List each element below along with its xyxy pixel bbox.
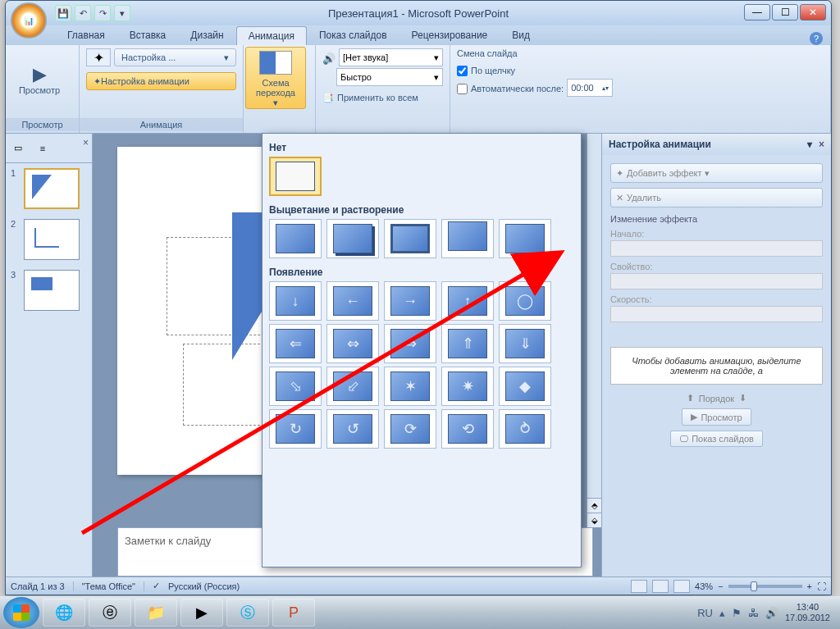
office-button[interactable]: 📊 (11, 2, 47, 39)
anim-hint: Чтобы добавить анимацию, выделите элемен… (610, 347, 823, 385)
undo-icon[interactable]: ↶ (75, 5, 91, 21)
custom-dropdown[interactable]: Настройка ... ▾ (114, 48, 236, 66)
transition-split-2[interactable]: ⬃ (326, 367, 379, 406)
save-icon[interactable]: 💾 (55, 5, 71, 21)
transition-wipe-down[interactable]: ↓ (269, 281, 322, 321)
qat-more-icon[interactable]: ▾ (114, 5, 130, 21)
auto-after-checkbox[interactable] (457, 84, 468, 94)
sorter-view-icon[interactable] (652, 580, 669, 593)
transition-dissolve[interactable] (499, 219, 551, 258)
panel-close-icon[interactable]: × (80, 134, 92, 162)
tray-lang[interactable]: RU (697, 607, 713, 619)
transition-rotate-5[interactable]: ⥁ (499, 409, 551, 449)
spellcheck-icon[interactable]: ✓ (153, 581, 160, 591)
quick-access-toolbar: 💾 ↶ ↷ ▾ (55, 5, 130, 21)
transition-rotate-4[interactable]: ⟲ (441, 409, 494, 449)
transition-box-2[interactable]: ⇔ (326, 324, 379, 363)
speed-field[interactable] (610, 306, 823, 322)
transition-rotate-3[interactable]: ⟳ (384, 409, 436, 449)
taskbar-skype[interactable]: Ⓢ (226, 599, 269, 627)
tray-flag-icon[interactable]: ⚑ (732, 607, 742, 619)
zoom-in-icon[interactable]: + (807, 581, 812, 591)
tab-review[interactable]: Рецензирование (399, 25, 500, 45)
order-down-icon[interactable]: ⬇ (739, 393, 746, 403)
zoom-slider[interactable] (728, 585, 802, 588)
transition-split-3[interactable]: ✶ (384, 367, 436, 406)
transition-scheme-button[interactable]: Схема перехода▾ (245, 47, 306, 109)
speed-dropdown[interactable]: Быстро▾ (336, 68, 443, 86)
tab-insert[interactable]: Вставка (117, 25, 179, 45)
property-field[interactable] (610, 273, 823, 289)
normal-view-icon[interactable] (631, 580, 647, 593)
transition-wipe-right[interactable]: → (384, 281, 436, 321)
help-icon[interactable]: ? (810, 32, 823, 45)
vertical-scrollbar[interactable]: ⬘ ⬙ (587, 134, 601, 527)
transition-split-4[interactable]: ✷ (441, 367, 494, 406)
anim-pane-title: Настройка анимации (609, 139, 711, 150)
taskbar-ie[interactable]: ⓔ (89, 599, 131, 627)
tray-volume-icon[interactable]: 🔊 (765, 607, 778, 619)
status-lang[interactable]: Русский (Россия) (168, 581, 240, 591)
add-effect-button[interactable]: ✦ Добавить эффект ▾ (610, 163, 823, 183)
slide-thumb-2[interactable]: 2 (11, 219, 87, 260)
slideshow-button[interactable]: 🖵 Показ слайдов (670, 431, 763, 447)
maximize-button[interactable]: ☐ (772, 4, 798, 21)
taskbar-explorer[interactable]: 📁 (135, 599, 177, 627)
taskbar-powerpoint[interactable]: P (272, 599, 315, 627)
pane-dropdown-icon[interactable]: ▾ (807, 139, 812, 150)
tab-view[interactable]: Вид (500, 25, 542, 45)
zoom-out-icon[interactable]: − (718, 581, 723, 591)
preview-button[interactable]: ▶ Просмотр (12, 48, 66, 111)
transition-rotate-1[interactable]: ↻ (269, 409, 322, 449)
remove-effect-button[interactable]: ✕ Удалить (610, 188, 823, 207)
transition-split-1[interactable]: ⬂ (269, 367, 322, 406)
transition-box-3[interactable]: ⇒ (384, 324, 436, 363)
slide-thumb-3[interactable]: 3 (11, 270, 87, 311)
outline-tab-icon[interactable]: ≡ (30, 134, 55, 162)
zoom-percent[interactable]: 43% (695, 581, 713, 591)
slideshow-view-icon[interactable] (673, 580, 690, 593)
transition-circle[interactable]: ◯ (499, 281, 551, 321)
minimize-button[interactable]: — (744, 4, 770, 21)
start-field[interactable] (610, 240, 823, 257)
taskbar-chrome[interactable]: 🌐 (43, 599, 85, 627)
transition-wipe-left[interactable]: ← (326, 281, 379, 321)
redo-icon[interactable]: ↷ (94, 5, 111, 21)
transition-rotate-2[interactable]: ↺ (326, 409, 379, 449)
prev-slide-icon[interactable]: ⬘ (587, 498, 601, 513)
transition-none[interactable] (269, 157, 322, 196)
transition-box-1[interactable]: ⇐ (269, 324, 322, 363)
order-up-icon[interactable]: ⬆ (687, 393, 694, 403)
transition-fade-1[interactable] (269, 219, 322, 258)
tray-clock[interactable]: 13:40 17.09.2012 (785, 602, 830, 623)
transition-fade-2[interactable] (326, 219, 379, 258)
transition-box-5[interactable]: ⇓ (499, 324, 551, 363)
start-button[interactable] (3, 597, 39, 628)
tab-home[interactable]: Главная (55, 25, 117, 45)
next-slide-icon[interactable]: ⬙ (587, 513, 601, 527)
preview-anim-button[interactable]: ▶ Просмотр (682, 408, 751, 426)
transition-box-4[interactable]: ⇑ (441, 324, 494, 363)
fit-window-icon[interactable]: ⛶ (817, 581, 826, 591)
slide-thumb-1[interactable]: 1 (11, 168, 87, 209)
custom-animation-button[interactable]: ✦ Настройка анимации (86, 72, 236, 90)
anim-icon-small[interactable]: ✦ (86, 48, 111, 66)
on-click-checkbox[interactable] (457, 66, 468, 76)
apply-all-button[interactable]: 📑 Применить ко всем (322, 88, 443, 107)
taskbar-media[interactable]: ▶ (180, 599, 223, 627)
auto-time-field[interactable]: 00:00▴▾ (567, 79, 613, 97)
transition-split-5[interactable]: ◆ (499, 367, 551, 406)
tab-slideshow[interactable]: Показ слайдов (307, 25, 399, 45)
transition-fade-4[interactable] (441, 219, 494, 258)
transition-wipe-up[interactable]: ↑ (441, 281, 494, 321)
group-label-animation: Анимация (80, 118, 243, 131)
tray-up-icon[interactable]: ▴ (719, 607, 725, 619)
pane-close-icon[interactable]: × (819, 139, 824, 150)
tab-design[interactable]: Дизайн (178, 25, 235, 45)
sound-dropdown[interactable]: [Нет звука]▾ (339, 48, 443, 66)
tray-network-icon[interactable]: 🖧 (748, 607, 759, 619)
close-button[interactable]: ✕ (800, 4, 826, 21)
slides-tab-icon[interactable]: ▭ (6, 134, 30, 162)
transition-fade-3[interactable] (384, 219, 436, 258)
tab-animation[interactable]: Анимация (236, 26, 307, 45)
